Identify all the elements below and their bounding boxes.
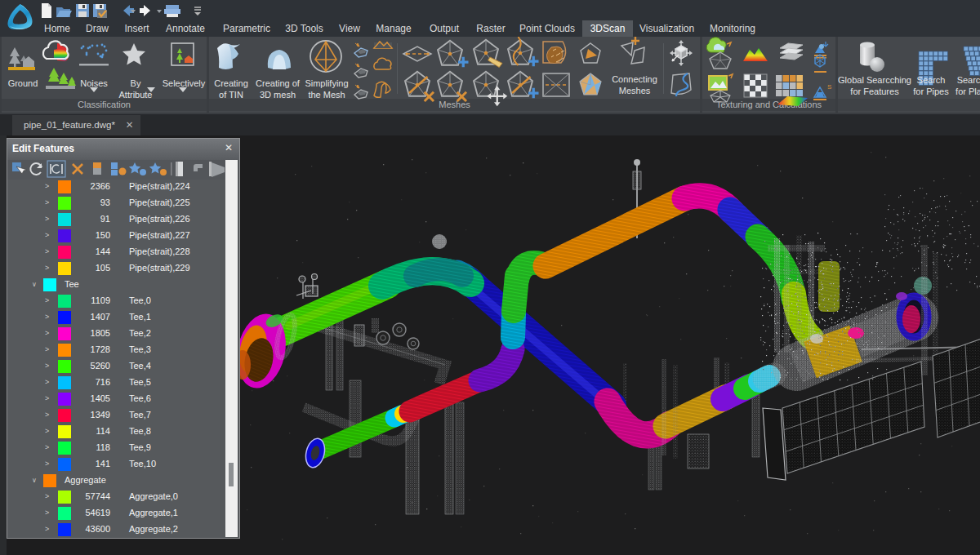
svg-text:S: S: [827, 83, 831, 91]
